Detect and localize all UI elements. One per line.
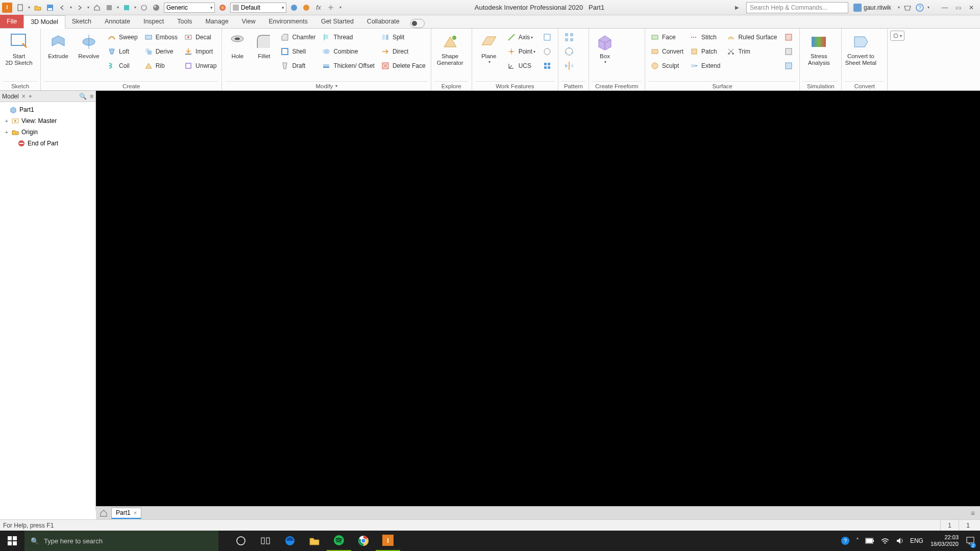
app-store-icon[interactable] <box>902 2 913 13</box>
tray-chevron-icon[interactable]: ˄ <box>853 531 862 551</box>
doctab-part1[interactable]: Part1 × <box>111 508 141 519</box>
redo-button[interactable] <box>74 2 85 13</box>
stitch-button[interactable]: Stitch <box>688 31 722 44</box>
undo-dropdown[interactable]: ▾ <box>68 5 74 10</box>
extend-button[interactable]: Extend <box>688 59 722 72</box>
browser-tab-add[interactable]: + <box>29 93 32 100</box>
tab-tools[interactable]: Tools <box>170 15 199 28</box>
work-icon-3[interactable] <box>540 59 555 72</box>
browser-tab-close[interactable]: × <box>22 93 26 100</box>
tree-root[interactable]: Part1 <box>1 104 94 115</box>
tab-collaborate[interactable]: Collaborate <box>360 15 406 28</box>
browser-search-icon[interactable]: 🔍 <box>79 93 87 100</box>
plus-icon[interactable]: ✚ <box>325 2 336 13</box>
open-button[interactable] <box>32 2 43 13</box>
tab-manage[interactable]: Manage <box>199 15 235 28</box>
shape-generator-button[interactable]: Shape Generator <box>434 31 466 66</box>
browser-menu-icon[interactable]: ≡ <box>90 93 93 100</box>
new-button[interactable] <box>15 2 26 13</box>
inventor-taskbar-button[interactable]: I <box>376 531 400 551</box>
assembly-dropdown[interactable]: ▾ <box>115 5 120 10</box>
thread-button[interactable]: Thread <box>320 31 376 44</box>
cortana-button[interactable] <box>229 531 253 551</box>
save-button[interactable] <box>44 2 56 13</box>
surface-icon-2[interactable] <box>781 45 796 58</box>
coil-button[interactable]: Coil <box>105 59 140 72</box>
split-button[interactable]: Split <box>379 31 428 44</box>
select-dropdown[interactable]: ▾ <box>133 5 138 10</box>
extrude-button[interactable]: Extrude <box>44 31 72 60</box>
work-icon-1[interactable] <box>540 31 555 44</box>
rectangular-pattern-button[interactable] <box>561 31 577 44</box>
edge-button[interactable] <box>278 531 302 551</box>
taskbar-search[interactable]: 🔍 Type here to search <box>24 531 218 551</box>
browser-tab-model[interactable]: Model <box>2 93 19 100</box>
surface-icon-1[interactable] <box>781 31 796 44</box>
derive-button[interactable]: Derive <box>142 45 180 58</box>
revolve-button[interactable]: Revolve <box>75 31 103 60</box>
tab-view[interactable]: View <box>235 15 262 28</box>
start-button[interactable] <box>0 531 24 551</box>
ribbon-toggle[interactable] <box>410 19 425 28</box>
chrome-button[interactable] <box>351 531 376 551</box>
patch-button[interactable]: Patch <box>688 45 722 58</box>
doctab-home-icon[interactable] <box>98 508 109 518</box>
draft-button[interactable]: Draft <box>278 59 317 72</box>
trim-button[interactable]: Trim <box>724 45 779 58</box>
tree-end-of-part[interactable]: End of Part <box>1 138 94 149</box>
appearance-override-icon[interactable] <box>301 2 312 13</box>
task-view-button[interactable] <box>253 531 278 551</box>
tab-sketch[interactable]: Sketch <box>65 15 98 28</box>
fx-icon[interactable]: fx <box>313 2 324 13</box>
plane-button[interactable]: Plane ▾ <box>475 31 503 64</box>
loft-button[interactable]: Loft <box>105 45 140 58</box>
ruled-surface-button[interactable]: Ruled Surface <box>724 31 779 44</box>
circular-pattern-button[interactable] <box>561 45 577 58</box>
thicken-button[interactable]: Thicken/ Offset <box>320 59 376 72</box>
tree-origin[interactable]: + Origin <box>1 127 94 138</box>
appearance-combo[interactable]: Default <box>230 3 286 13</box>
minimize-button[interactable]: — <box>939 2 951 14</box>
stress-analysis-button[interactable]: Stress Analysis <box>803 31 835 66</box>
convert-button[interactable]: Convert <box>648 45 685 58</box>
qat-customize-dropdown[interactable]: ▾ <box>337 5 344 10</box>
box-dropdown[interactable]: ▾ <box>604 60 606 64</box>
ribbon-collapse-button[interactable]: ▾ <box>890 31 904 41</box>
help-dropdown[interactable]: ▾ <box>926 5 931 10</box>
tab-environments[interactable]: Environments <box>262 15 314 28</box>
file-explorer-button[interactable] <box>302 531 327 551</box>
tray-volume-icon[interactable] <box>893 531 907 551</box>
surface-icon-3[interactable] <box>781 59 796 72</box>
tray-wifi-icon[interactable] <box>877 531 893 551</box>
direct-button[interactable]: Direct <box>379 45 428 58</box>
point-button[interactable]: Point▾ <box>505 45 537 58</box>
fillet-button[interactable]: Fillet <box>252 31 276 60</box>
tray-clock[interactable]: 22:03 18/03/2020 <box>926 534 963 547</box>
appearance-sphere-icon[interactable] <box>217 2 228 13</box>
help-icon[interactable]: ? <box>914 2 925 13</box>
tray-battery-icon[interactable] <box>862 531 877 551</box>
rib-button[interactable]: Rib <box>142 59 180 72</box>
work-icon-2[interactable] <box>540 45 555 58</box>
tray-language[interactable]: ENG <box>907 531 926 551</box>
box-button[interactable]: Box ▾ <box>592 31 618 64</box>
convert-sheet-metal-button[interactable]: Convert to Sheet Metal <box>845 31 876 66</box>
face-button[interactable]: Face <box>648 31 685 44</box>
select-button[interactable] <box>121 2 132 13</box>
start-2d-sketch-button[interactable]: Start 2D Sketch <box>3 31 35 66</box>
home-button[interactable] <box>91 2 103 13</box>
doctabs-menu[interactable]: ≡ <box>968 509 978 517</box>
chamfer-button[interactable]: Chamfer <box>278 31 317 44</box>
appearance-adjust-icon[interactable] <box>288 2 300 13</box>
unwrap-button[interactable]: Unwrap <box>182 59 218 72</box>
user-account[interactable]: gaur.ritwik <box>853 4 891 12</box>
tab-annotate[interactable]: Annotate <box>98 15 137 28</box>
tab-get-started[interactable]: Get Started <box>314 15 360 28</box>
material-sphere-icon[interactable] <box>151 2 162 13</box>
redo-dropdown[interactable]: ▾ <box>86 5 91 10</box>
viewport-canvas[interactable] <box>96 91 980 506</box>
decal-button[interactable]: Decal <box>182 31 218 44</box>
user-dropdown[interactable]: ▾ <box>896 5 901 10</box>
tree-view[interactable]: + View: Master <box>1 115 94 127</box>
new-dropdown[interactable]: ▾ <box>27 5 32 10</box>
